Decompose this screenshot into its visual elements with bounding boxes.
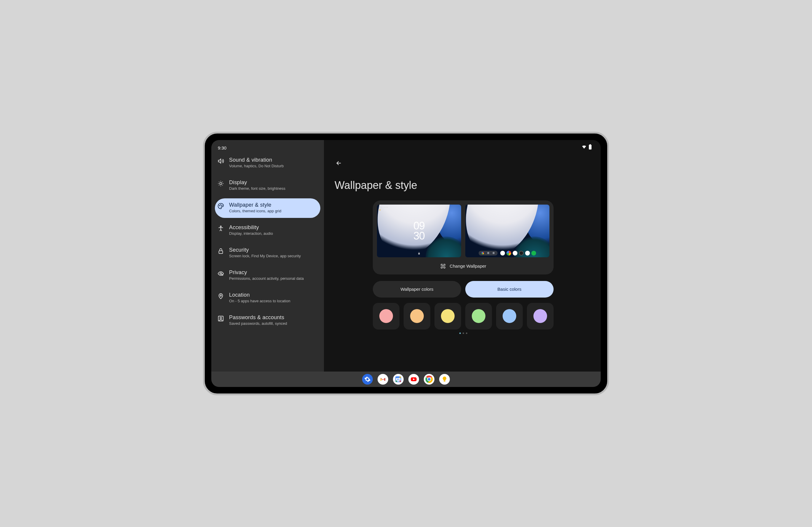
- color-swatch-6[interactable]: [527, 303, 554, 330]
- color-source-tabs: Wallpaper colors Basic colors: [373, 281, 554, 298]
- svg-point-3: [222, 206, 222, 206]
- tab-basic-colors[interactable]: Basic colors: [465, 281, 554, 298]
- sidebar-item-sub: Colors, themed icons, app grid: [229, 209, 281, 214]
- svg-rect-14: [418, 253, 420, 254]
- sidebar-item-wallpaper-style[interactable]: Wallpaper & style Colors, themed icons, …: [215, 198, 320, 218]
- sidebar-item-display[interactable]: Display Dark theme, font size, brightnes…: [215, 176, 320, 195]
- svg-point-1: [219, 206, 220, 206]
- sidebar-item-location[interactable]: Location On - 5 apps have access to loca…: [215, 288, 320, 308]
- tablet-frame: 9:30 Sound & vibration Volume, haptics, …: [203, 132, 609, 395]
- color-swatch-3[interactable]: [434, 303, 461, 330]
- sidebar-item-sub: On - 5 apps have access to location: [229, 299, 290, 304]
- settings-sidebar: 9:30 Sound & vibration Volume, haptics, …: [211, 140, 324, 372]
- swatch-pager: [333, 332, 594, 334]
- svg-rect-13: [590, 144, 591, 145]
- sidebar-item-accessibility[interactable]: Accessibility Display, interaction, audi…: [215, 221, 320, 240]
- sidebar-item-sub: Permissions, account activity, personal …: [229, 276, 304, 281]
- sidebar-item-sub: Dark theme, font size, brightness: [229, 186, 285, 191]
- svg-point-2: [220, 205, 221, 205]
- preview-lock-clock: 09 30: [414, 221, 425, 241]
- sidebar-item-title: Privacy: [229, 269, 304, 276]
- account-box-icon: [217, 315, 224, 322]
- page-title: Wallpaper & style: [335, 179, 594, 192]
- sidebar-item-title: Accessibility: [229, 224, 273, 231]
- wallpaper-icon: [440, 263, 446, 269]
- preview-lock-date: Tue, Jul 19: [379, 206, 388, 208]
- color-swatch-5[interactable]: [496, 303, 523, 330]
- svg-point-6: [220, 273, 222, 274]
- color-swatch-1[interactable]: [373, 303, 400, 330]
- tab-wallpaper-colors[interactable]: Wallpaper colors: [373, 281, 461, 298]
- status-bar-right: [581, 144, 592, 150]
- taskbar-app-youtube[interactable]: [408, 374, 419, 385]
- color-swatch-4[interactable]: [465, 303, 492, 330]
- lock-indicator-icon: [418, 252, 421, 255]
- sidebar-item-sub: Screen lock, Find My Device, app securit…: [229, 254, 301, 259]
- svg-rect-8: [222, 275, 223, 275]
- sidebar-item-passwords[interactable]: Passwords & accounts Saved passwords, au…: [215, 311, 320, 330]
- svg-point-0: [220, 182, 222, 184]
- back-button[interactable]: [333, 157, 345, 169]
- status-bar-clock: 9:30: [211, 144, 324, 153]
- svg-rect-26: [444, 381, 446, 382]
- system-taskbar: 31: [211, 372, 601, 387]
- svg-rect-20: [400, 377, 401, 378]
- change-wallpaper-label: Change Wallpaper: [450, 264, 486, 269]
- svg-rect-15: [442, 265, 444, 267]
- taskbar-app-settings[interactable]: [362, 374, 373, 385]
- preview-lock-screen[interactable]: Tue, Jul 19 09 30: [377, 205, 461, 257]
- lock-icon: [217, 247, 224, 255]
- sidebar-item-title: Display: [229, 179, 285, 186]
- sidebar-item-privacy[interactable]: Privacy Permissions, account activity, p…: [215, 266, 320, 285]
- svg-point-11: [220, 317, 222, 319]
- sidebar-item-sub: Volume, haptics, Do Not Disturb: [229, 164, 284, 169]
- sidebar-item-title: Passwords & accounts: [229, 314, 287, 321]
- sidebar-item-sound[interactable]: Sound & vibration Volume, haptics, Do No…: [215, 153, 320, 173]
- sound-icon: [217, 157, 224, 165]
- svg-point-9: [220, 295, 222, 296]
- sidebar-item-title: Wallpaper & style: [229, 202, 281, 208]
- content-area: 9:30 Sound & vibration Volume, haptics, …: [211, 140, 601, 372]
- sidebar-item-sub: Saved passwords, autofill, synced: [229, 321, 287, 326]
- screen: 9:30 Sound & vibration Volume, haptics, …: [211, 140, 601, 387]
- location-icon: [217, 292, 224, 300]
- taskbar-app-chrome[interactable]: [424, 374, 434, 385]
- settings-category-list: Sound & vibration Volume, haptics, Do No…: [211, 153, 324, 372]
- svg-rect-12: [589, 145, 592, 150]
- sidebar-item-title: Security: [229, 247, 301, 253]
- svg-point-4: [220, 226, 221, 227]
- privacy-icon: [217, 270, 224, 277]
- wallpaper-card: Tue, Jul 19 09 30: [373, 200, 554, 274]
- battery-icon: [589, 144, 592, 150]
- preview-home-screen[interactable]: [465, 205, 549, 257]
- svg-text:31: 31: [397, 378, 400, 381]
- brightness-icon: [217, 180, 224, 187]
- sidebar-item-sub: Display, interaction, audio: [229, 231, 273, 236]
- palette-icon: [217, 202, 224, 210]
- taskbar-app-keep[interactable]: [439, 374, 450, 385]
- change-wallpaper-button[interactable]: Change Wallpaper: [377, 262, 549, 270]
- taskbar-app-calendar[interactable]: 31: [393, 374, 404, 385]
- accessibility-icon: [217, 225, 224, 232]
- main-panel: Wallpaper & style Tue, Jul 19: [324, 140, 601, 372]
- svg-rect-5: [219, 251, 223, 253]
- taskbar-app-gmail[interactable]: [378, 374, 388, 385]
- sidebar-item-title: Sound & vibration: [229, 157, 284, 163]
- sidebar-item-security[interactable]: Security Screen lock, Find My Device, ap…: [215, 243, 320, 263]
- sidebar-item-title: Location: [229, 292, 290, 298]
- color-swatch-row: [373, 303, 554, 330]
- svg-rect-18: [400, 380, 401, 382]
- wallpaper-previews: Tue, Jul 19 09 30: [377, 205, 549, 257]
- preview-home-dock: [479, 251, 536, 256]
- color-swatch-2[interactable]: [404, 303, 430, 330]
- wifi-icon: [581, 144, 587, 150]
